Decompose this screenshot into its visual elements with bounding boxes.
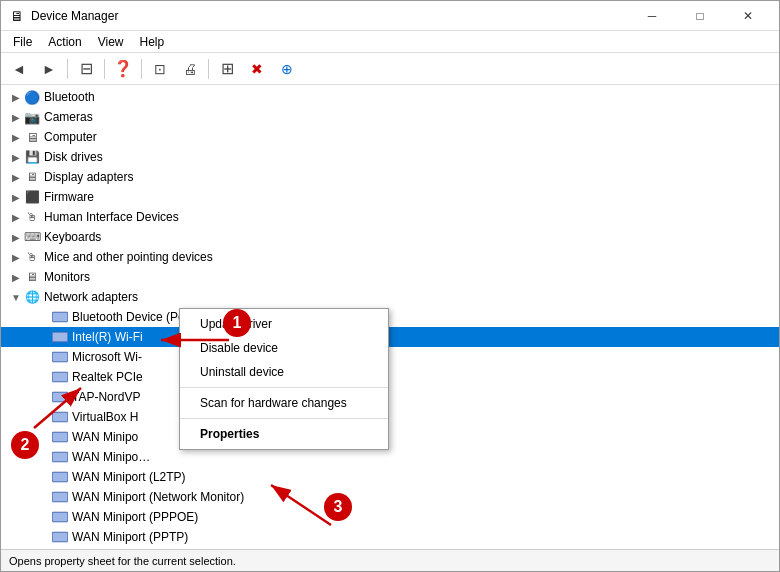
view-button[interactable]: ⊡	[146, 56, 174, 82]
firmware-icon: ⬛	[23, 188, 41, 206]
tree-item-vbox[interactable]: VirtualBox H	[1, 407, 779, 427]
tree-item-wan-l2tp[interactable]: WAN Miniport (L2TP)	[1, 467, 779, 487]
menu-bar: File Action View Help	[1, 31, 779, 53]
wan-netmon-icon	[51, 488, 69, 506]
monitors-icon: 🖥	[23, 268, 41, 286]
svg-rect-21	[53, 513, 67, 521]
menu-view[interactable]: View	[90, 33, 132, 51]
wan1-label: WAN Minipo	[72, 430, 138, 444]
ctx-uninstall-device[interactable]: Uninstall device	[180, 360, 388, 384]
hid-label: Human Interface Devices	[44, 210, 179, 224]
tree-item-ms-wifi[interactable]: Microsoft Wi-	[1, 347, 779, 367]
expand-wan-pppoe	[37, 510, 51, 524]
mice-label: Mice and other pointing devices	[44, 250, 213, 264]
expand-disk[interactable]: ▶	[9, 150, 23, 164]
svg-rect-1	[53, 313, 67, 321]
menu-file[interactable]: File	[5, 33, 40, 51]
expand-network[interactable]: ▼	[9, 290, 23, 304]
status-text: Opens property sheet for the current sel…	[9, 555, 236, 567]
tree-item-display[interactable]: ▶ 🖥 Display adapters	[1, 167, 779, 187]
vbox-label: VirtualBox H	[72, 410, 138, 424]
ctx-scan-hardware[interactable]: Scan for hardware changes	[180, 391, 388, 415]
context-menu: Update driver Disable device Uninstall d…	[179, 308, 389, 450]
expand-tap	[37, 390, 51, 404]
ctx-disable-device[interactable]: Disable device	[180, 336, 388, 360]
forward-button[interactable]: ►	[35, 56, 63, 82]
ctx-update-driver[interactable]: Update driver	[180, 312, 388, 336]
window-title: Device Manager	[31, 9, 629, 23]
wan-netmon-label: WAN Miniport (Network Monitor)	[72, 490, 244, 504]
back-button[interactable]: ◄	[5, 56, 33, 82]
expand-cameras[interactable]: ▶	[9, 110, 23, 124]
tree-item-computer[interactable]: ▶ 🖥 Computer	[1, 127, 779, 147]
expand-monitors[interactable]: ▶	[9, 270, 23, 284]
wan-sstp-icon	[51, 548, 69, 549]
tree-item-network[interactable]: ▼ 🌐 Network adapters	[1, 287, 779, 307]
device-manager-window: 🖥 Device Manager ─ □ ✕ File Action View …	[0, 0, 780, 572]
tree-item-keyboards[interactable]: ▶ ⌨ Keyboards	[1, 227, 779, 247]
tree-item-realtek[interactable]: Realtek PCIe	[1, 367, 779, 387]
ms-wifi-label: Microsoft Wi-	[72, 350, 142, 364]
tree-item-wan1[interactable]: WAN Minipo	[1, 427, 779, 447]
close-button[interactable]: ✕	[725, 1, 771, 31]
tree-item-firmware[interactable]: ▶ ⬛ Firmware	[1, 187, 779, 207]
menu-help[interactable]: Help	[132, 33, 173, 51]
expand-keyboards[interactable]: ▶	[9, 230, 23, 244]
tree-item-wan2[interactable]: WAN Minipo…	[1, 447, 779, 467]
svg-rect-23	[53, 533, 67, 541]
toolbar-sep4	[208, 59, 209, 79]
expand-computer[interactable]: ▶	[9, 130, 23, 144]
tree-item-bluetooth[interactable]: ▶ 🔵 Bluetooth	[1, 87, 779, 107]
collapse-button[interactable]: ⊟	[72, 56, 100, 82]
tree-item-wan-netmon[interactable]: WAN Miniport (Network Monitor)	[1, 487, 779, 507]
print-button[interactable]: 🖨	[176, 56, 204, 82]
svg-rect-3	[53, 333, 67, 341]
tree-item-wan-sstp[interactable]: WAN Miniport (SSTP)	[1, 547, 779, 549]
expand-display[interactable]: ▶	[9, 170, 23, 184]
svg-rect-17	[53, 473, 67, 481]
update-button[interactable]: ⊞	[213, 56, 241, 82]
tree-view[interactable]: ▶ 🔵 Bluetooth ▶ 📷 Cameras ▶ 🖥 Computer ▶…	[1, 85, 779, 549]
expand-bluetooth[interactable]: ▶	[9, 90, 23, 104]
tree-item-cameras[interactable]: ▶ 📷 Cameras	[1, 107, 779, 127]
tree-item-intel-wifi[interactable]: Intel(R) Wi-Fi	[1, 327, 779, 347]
scan-button[interactable]: ⊕	[273, 56, 301, 82]
expand-mice[interactable]: ▶	[9, 250, 23, 264]
app-icon: 🖥	[9, 8, 25, 24]
ms-wifi-icon	[51, 348, 69, 366]
expand-firmware[interactable]: ▶	[9, 190, 23, 204]
tree-item-wan-pppoe[interactable]: WAN Miniport (PPPOE)	[1, 507, 779, 527]
computer-label: Computer	[44, 130, 97, 144]
remove-button[interactable]: ✖	[243, 56, 271, 82]
minimize-button[interactable]: ─	[629, 1, 675, 31]
network-icon: 🌐	[23, 288, 41, 306]
tree-item-disk[interactable]: ▶ 💾 Disk drives	[1, 147, 779, 167]
svg-rect-13	[53, 433, 67, 441]
bt-device-icon	[51, 308, 69, 326]
display-icon: 🖥	[23, 168, 41, 186]
ctx-separator2	[180, 418, 388, 419]
tree-item-monitors[interactable]: ▶ 🖥 Monitors	[1, 267, 779, 287]
help-button[interactable]: ❓	[109, 56, 137, 82]
bluetooth-label: Bluetooth	[44, 90, 95, 104]
wan-pppoe-label: WAN Miniport (PPPOE)	[72, 510, 198, 524]
expand-wan-pptp	[37, 530, 51, 544]
maximize-button[interactable]: □	[677, 1, 723, 31]
menu-action[interactable]: Action	[40, 33, 89, 51]
tree-item-bt-device[interactable]: Bluetooth Device (Personal Area Network)	[1, 307, 779, 327]
tree-item-mice[interactable]: ▶ 🖱 Mice and other pointing devices	[1, 247, 779, 267]
tree-item-hid[interactable]: ▶ 🖱 Human Interface Devices	[1, 207, 779, 227]
intel-wifi-icon	[51, 328, 69, 346]
firmware-label: Firmware	[44, 190, 94, 204]
tap-label: TAP-NordVP	[72, 390, 140, 404]
toolbar-sep3	[141, 59, 142, 79]
disk-icon: 💾	[23, 148, 41, 166]
wan-l2tp-icon	[51, 468, 69, 486]
mice-icon: 🖱	[23, 248, 41, 266]
expand-wan-netmon	[37, 490, 51, 504]
ctx-properties[interactable]: Properties	[180, 422, 388, 446]
tree-item-wan-pptp[interactable]: WAN Miniport (PPTP)	[1, 527, 779, 547]
tap-icon	[51, 388, 69, 406]
expand-hid[interactable]: ▶	[9, 210, 23, 224]
tree-item-tap[interactable]: TAP-NordVP	[1, 387, 779, 407]
